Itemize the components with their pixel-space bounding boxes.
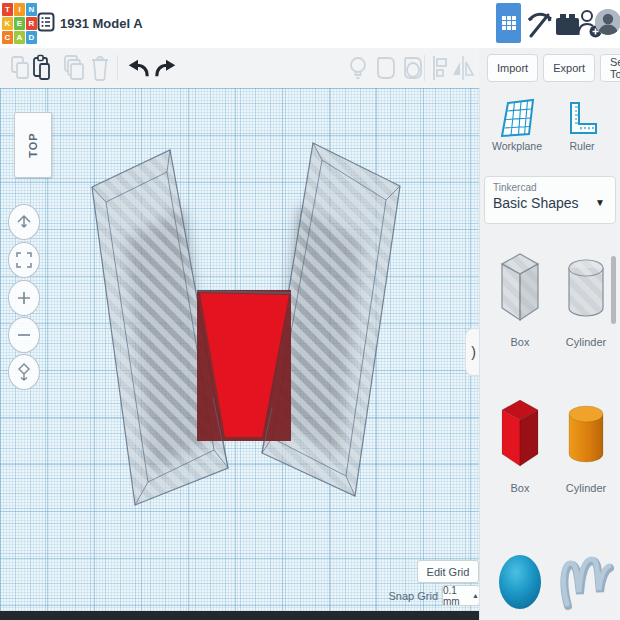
scene-svg [0,88,479,620]
design-properties-icon[interactable] [37,12,56,32]
logo-letter: K [2,17,13,30]
ruler-tool-label: Ruler [558,140,606,152]
cylinder-hole-thumb [558,248,614,330]
shape-tile-cylinder-hole[interactable]: Cylinder [555,248,617,348]
workplane-tool-label: Workplane [484,140,550,152]
redo-icon[interactable] [154,54,178,82]
mirror-icon[interactable] [451,54,475,82]
file-actions-row: Import Export Send To [479,48,620,88]
dashboard-tile-active[interactable] [496,3,521,43]
shape-library-dropdown[interactable]: Tinkercad Basic Shapes ▼ [484,176,616,224]
toolbar-divider [424,55,425,81]
logo-letter: T [2,3,13,16]
tools-pickaxe-icon[interactable] [524,8,552,40]
delete-icon[interactable] [88,54,112,82]
export-button[interactable]: Export [543,54,595,82]
tinkercad-app: T I N K E R C A D 1931 Model A [0,0,620,620]
tinkercad-logo[interactable]: T I N K E R C A D [2,3,37,45]
shape-tile-label: Box [511,482,530,494]
group-icon[interactable] [374,54,398,82]
perspective-toggle-button[interactable] [8,354,40,390]
shape-tile-scribble[interactable] [555,546,617,620]
grid-icon [502,16,516,30]
home-view-button[interactable] [8,204,40,240]
collapse-glyph: ) [471,344,476,360]
view-cube[interactable]: TOP [14,112,52,178]
box-hole-thumb [492,248,548,330]
shapes-panel [479,88,620,620]
paste-icon[interactable] [30,54,54,82]
zoom-out-button[interactable] [8,317,40,353]
cylinder-solid-thumb [558,394,614,476]
logo-letter: C [2,31,13,44]
sphere-thumb [492,546,548,620]
ruler-tool-icon[interactable] [566,100,598,136]
shape-tile-cylinder-solid[interactable]: Cylinder [555,394,617,494]
logo-letter: D [26,31,37,44]
shape-tile-box-hole[interactable]: Box [489,248,551,348]
shape-tile-sphere[interactable] [489,546,551,620]
copy-icon[interactable] [8,54,32,82]
library-category-label: Tinkercad [493,182,607,193]
edit-grid-button[interactable]: Edit Grid [417,560,479,583]
logo-letter: A [14,31,25,44]
show-all-icon[interactable] [346,54,370,82]
shape-tile-label: Cylinder [566,336,606,348]
caret-up-icon: ▲ [472,592,479,599]
logo-letter: N [26,3,37,16]
ungroup-icon[interactable] [401,54,425,82]
workplane-edge [0,611,479,620]
design-title[interactable]: 1931 Model A [60,16,143,31]
toolbar-divider [117,55,118,81]
panel-scrollbar[interactable] [611,256,616,324]
account-avatar[interactable] [595,9,620,35]
caret-down-icon: ▼ [595,197,605,208]
duplicate-icon[interactable] [62,54,86,82]
fit-view-button[interactable] [8,242,40,278]
logo-letter: E [14,17,25,30]
box-solid-thumb [492,394,548,476]
logo-letter: I [14,3,25,16]
snap-grid-dropdown[interactable]: 0.1 mm ▲ [442,585,480,606]
view-cube-label: TOP [27,132,39,157]
snap-grid-value: 0.1 mm [443,585,470,607]
snap-grid-label: Snap Grid [370,590,438,602]
workplane-tool-icon[interactable] [500,98,536,138]
library-selected-value: Basic Shapes [493,195,607,211]
sendto-button[interactable]: Send To [600,54,620,82]
import-button[interactable]: Import [487,54,538,82]
logo-letter: R [26,17,37,30]
align-icon[interactable] [428,54,452,82]
zoom-in-button[interactable] [8,280,40,316]
scribble-thumb [558,546,614,620]
shape-tile-label: Box [511,336,530,348]
shape-tile-label: Cylinder [566,482,606,494]
undo-icon[interactable] [126,54,150,82]
shape-tile-box-solid[interactable]: Box [489,394,551,494]
